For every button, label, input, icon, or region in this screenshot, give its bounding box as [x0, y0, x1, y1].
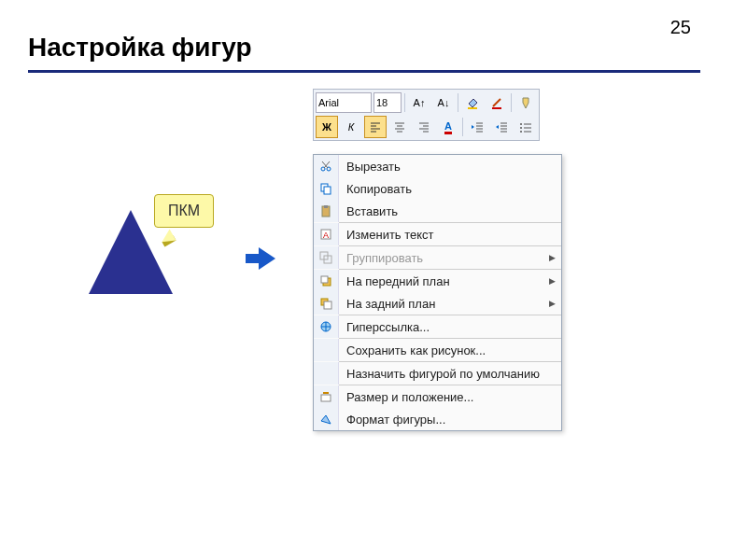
menu-paste[interactable]: Вставить: [314, 200, 561, 222]
format-icon: [319, 413, 332, 426]
bullets-icon: [519, 121, 532, 133]
menu-edit-text[interactable]: A Изменить текст: [314, 223, 561, 245]
menu-format-shape[interactable]: Формат фигуры...: [314, 408, 561, 430]
title-underline: [28, 70, 700, 73]
send-back-icon: [319, 297, 332, 310]
menu-cut-label: Вырезать: [339, 160, 561, 174]
copy-icon: [319, 182, 332, 195]
paste-icon: [319, 204, 332, 217]
mini-toolbar: A↑ A↓ Ж К A: [313, 89, 540, 141]
bullets-button[interactable]: [514, 116, 537, 138]
font-color-button[interactable]: A: [437, 116, 459, 138]
menu-set-default-label: Назначить фигурой по умолчанию: [339, 367, 561, 381]
brush-icon: [519, 96, 532, 109]
menu-copy[interactable]: Копировать: [314, 177, 561, 200]
svg-point-3: [520, 127, 522, 129]
menu-size-position-label: Размер и положение...: [339, 390, 561, 404]
align-center-icon: [394, 121, 405, 133]
bucket-icon: [466, 96, 479, 109]
menu-group[interactable]: Группировать ▶: [314, 246, 561, 269]
arrow-stem: [246, 254, 259, 263]
svg-rect-20: [321, 395, 331, 401]
grow-font-icon: A↑: [414, 97, 426, 108]
font-color-icon: A: [444, 120, 452, 134]
menu-bring-front-label: На передний план: [339, 274, 549, 288]
font-name-select[interactable]: [316, 92, 372, 113]
align-right-icon: [418, 121, 430, 133]
menu-bring-front[interactable]: На передний план ▶: [314, 270, 561, 292]
decrease-indent-button[interactable]: [466, 116, 488, 138]
callout-label: ПКМ: [154, 194, 214, 228]
page-title: Настройка фигур: [28, 33, 252, 63]
menu-size-position[interactable]: Размер и положение...: [314, 385, 561, 408]
svg-point-4: [520, 131, 522, 133]
menu-edit-text-label: Изменить текст: [339, 228, 561, 242]
align-left-icon: [370, 121, 381, 133]
indent-icon: [495, 121, 508, 133]
context-menu: Вырезать Копировать Вставить A Изменить …: [313, 154, 562, 431]
arrow-icon: [259, 247, 275, 270]
submenu-arrow-icon: ▶: [549, 299, 561, 308]
align-center-button[interactable]: [388, 116, 411, 138]
line-color-button[interactable]: [486, 91, 508, 114]
outdent-icon: [471, 121, 484, 133]
format-painter-button[interactable]: [514, 91, 537, 114]
svg-rect-0: [468, 107, 477, 109]
group-icon: [319, 251, 332, 264]
bold-label: Ж: [322, 121, 331, 133]
align-right-button[interactable]: [413, 116, 435, 138]
shrink-font-button[interactable]: A↓: [432, 91, 455, 114]
svg-text:A: A: [323, 231, 329, 240]
pen-icon: [490, 96, 503, 109]
bold-button[interactable]: Ж: [316, 116, 338, 138]
menu-format-shape-label: Формат фигуры...: [339, 413, 561, 427]
submenu-arrow-icon: ▶: [549, 276, 561, 286]
align-left-button[interactable]: [364, 116, 387, 138]
hyperlink-icon: [319, 320, 332, 333]
italic-label: К: [348, 121, 354, 133]
svg-point-2: [520, 123, 522, 125]
font-size-select[interactable]: [374, 92, 402, 113]
menu-hyperlink[interactable]: Гиперссылка...: [314, 315, 561, 338]
size-icon: [319, 390, 332, 403]
svg-rect-10: [324, 205, 328, 208]
menu-paste-label: Вставить: [339, 204, 561, 218]
svg-rect-8: [324, 187, 331, 194]
italic-button[interactable]: К: [340, 116, 362, 138]
menu-save-picture-label: Сохранить как рисунок...: [339, 343, 561, 357]
grow-font-button[interactable]: A↑: [408, 91, 430, 114]
svg-rect-1: [492, 107, 501, 109]
submenu-arrow-icon: ▶: [549, 253, 561, 262]
menu-copy-label: Копировать: [339, 182, 561, 196]
menu-set-default[interactable]: Назначить фигурой по умолчанию: [314, 362, 561, 385]
menu-cut[interactable]: Вырезать: [314, 155, 561, 177]
increase-indent-button[interactable]: [490, 116, 513, 138]
menu-group-label: Группировать: [339, 251, 549, 265]
scissors-icon: [319, 160, 332, 173]
fill-color-button[interactable]: [461, 91, 484, 114]
edit-text-icon: A: [319, 228, 332, 241]
menu-hyperlink-label: Гиперссылка...: [339, 320, 561, 334]
svg-rect-16: [321, 276, 328, 283]
page-number: 25: [670, 17, 691, 38]
svg-rect-18: [324, 301, 331, 309]
menu-send-back[interactable]: На задний план ▶: [314, 292, 561, 315]
menu-save-picture[interactable]: Сохранить как рисунок...: [314, 339, 561, 361]
shrink-font-icon: A↓: [438, 97, 450, 108]
menu-send-back-label: На задний план: [339, 297, 549, 311]
bring-front-icon: [319, 274, 332, 287]
